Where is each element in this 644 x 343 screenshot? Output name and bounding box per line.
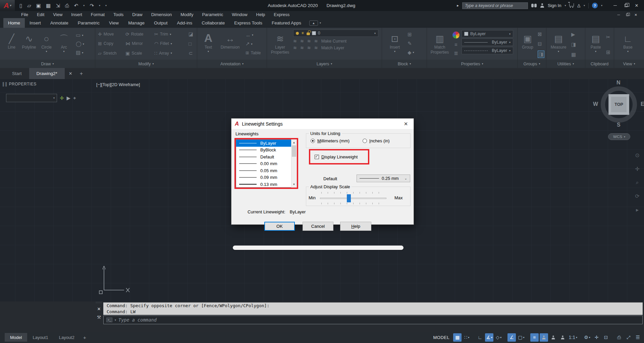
- qat-customize-icon[interactable]: ▾: [105, 4, 107, 7]
- redo-dropdown-icon[interactable]: ▾: [99, 4, 100, 7]
- trim-tool[interactable]: Trim▾: [154, 31, 186, 37]
- layer-freeze-icon[interactable]: [307, 39, 312, 44]
- panel-label-modify[interactable]: Modify▾: [95, 60, 197, 68]
- arc-tool[interactable]: Arc ▾: [56, 29, 72, 60]
- clean-screen-toggle[interactable]: [624, 333, 633, 342]
- layer-off-icon[interactable]: [293, 39, 298, 44]
- autoscale-toggle[interactable]: [549, 333, 557, 342]
- ortho-toggle[interactable]: [476, 333, 484, 342]
- show-motion-icon[interactable]: [636, 207, 639, 213]
- lineweight-combo[interactable]: ByLayer ▾: [462, 39, 513, 46]
- file-tab-close-icon[interactable]: ✕: [65, 68, 76, 79]
- insert-block-tool[interactable]: Insert ▾: [386, 29, 404, 60]
- array-tool[interactable]: Array▾: [154, 51, 186, 56]
- list-item-000[interactable]: 0.00 mm: [236, 160, 291, 167]
- layer-combo[interactable]: ☀ 0 ▾: [293, 29, 378, 37]
- polar-tracking-toggle[interactable]: ▾: [485, 333, 493, 342]
- layer-lock-icon[interactable]: [314, 39, 319, 44]
- panel-label-properties[interactable]: Properties▾: [427, 60, 517, 68]
- ribbon-tab-express-tools[interactable]: Express Tools: [229, 18, 267, 28]
- paste-tool[interactable]: Paste ▾: [589, 29, 603, 60]
- open-icon[interactable]: [27, 3, 31, 9]
- line-tool[interactable]: Line: [3, 29, 20, 60]
- base-view-tool[interactable]: Base ▾: [620, 29, 636, 60]
- new-layout-icon[interactable]: +: [80, 335, 90, 340]
- wcs-menu[interactable]: WCS▾: [608, 133, 630, 140]
- circle-tool[interactable]: Circle ▾: [38, 29, 55, 60]
- layer-isolate-icon[interactable]: [300, 39, 305, 44]
- leader-tool[interactable]: ▾: [246, 41, 261, 47]
- list-item-byblock[interactable]: ByBlock: [236, 147, 291, 154]
- group-selection-toggle[interactable]: [538, 51, 544, 58]
- user-icon[interactable]: [540, 3, 544, 8]
- rectangle-tool[interactable]: ▾: [76, 32, 84, 38]
- group-tool[interactable]: Group: [520, 29, 535, 60]
- layer-unlock-all-icon[interactable]: [314, 45, 319, 50]
- slider-thumb[interactable]: [347, 194, 351, 202]
- file-tab-drawing2[interactable]: Drawing2*: [29, 68, 65, 79]
- panel-label-layers[interactable]: Layers▾: [267, 60, 382, 68]
- object-snap-toggle[interactable]: ▾: [517, 333, 525, 342]
- ribbon-state-icon[interactable]: ▲: [309, 20, 318, 26]
- help-icon[interactable]: ?: [592, 3, 598, 8]
- selection-type-combo[interactable]: ▾: [6, 94, 57, 102]
- quick-calculator-tool[interactable]: [571, 52, 576, 58]
- move-tool[interactable]: Move: [98, 31, 125, 37]
- cut-tool[interactable]: [606, 34, 610, 40]
- save-as-icon[interactable]: [46, 3, 51, 9]
- list-item-005[interactable]: 0.05 mm: [236, 167, 291, 174]
- save-icon[interactable]: [36, 3, 41, 9]
- plot-status[interactable]: [615, 333, 623, 342]
- cancel-button[interactable]: Cancel: [303, 222, 333, 231]
- doc-close-button[interactable]: ✕: [632, 11, 639, 18]
- osnap-tracking-toggle[interactable]: [507, 333, 516, 342]
- viewcube-west[interactable]: W: [593, 101, 598, 107]
- radio-inches[interactable]: Inches (in): [363, 138, 390, 143]
- restore-button[interactable]: [621, 2, 631, 10]
- menu-view[interactable]: View: [49, 12, 67, 17]
- circle-flyout-icon[interactable]: ▾: [46, 50, 47, 53]
- workspace-switching[interactable]: ⚙▾: [583, 333, 591, 342]
- copy-clip-tool[interactable]: [606, 49, 610, 55]
- doc-restore-button[interactable]: [624, 11, 631, 18]
- new-drawing-tab-icon[interactable]: +: [76, 68, 86, 79]
- pan-icon[interactable]: [635, 166, 639, 172]
- zoom-icon[interactable]: [636, 180, 639, 186]
- command-grip-icon[interactable]: ∷∷∷: [96, 302, 102, 303]
- list-scrollbar[interactable]: ▲ ▼: [291, 139, 297, 188]
- doc-minimize-button[interactable]: [615, 11, 622, 18]
- toggle-pickadd-icon[interactable]: [60, 95, 64, 101]
- command-history[interactable]: Command: Specify opposite corner or [Fen…: [103, 302, 643, 315]
- layer-properties-tool[interactable]: LayerProperties: [270, 29, 290, 60]
- layer-thaw-all-icon[interactable]: [300, 45, 305, 50]
- isodraft-toggle[interactable]: ▾: [494, 333, 503, 342]
- menu-tools[interactable]: Tools: [109, 12, 128, 17]
- command-input[interactable]: [118, 317, 640, 323]
- text-flyout-icon[interactable]: ▾: [208, 50, 209, 53]
- application-menu-button[interactable]: A▾: [0, 0, 15, 11]
- measure-flyout-icon[interactable]: ▾: [558, 50, 559, 53]
- display-scale-slider[interactable]: [320, 191, 386, 205]
- menu-draw[interactable]: Draw: [128, 12, 147, 17]
- viewcube-north[interactable]: N: [616, 80, 621, 86]
- undo-dropdown-icon[interactable]: ▾: [83, 4, 85, 7]
- erase-icon[interactable]: [189, 31, 193, 37]
- menu-window[interactable]: Window: [227, 12, 252, 17]
- panel-label-block[interactable]: Block▾: [382, 60, 427, 68]
- ribbon-tab-collaborate[interactable]: Collaborate: [197, 18, 229, 28]
- list-item-009[interactable]: 0.09 mm: [236, 174, 291, 181]
- ribbon-tab-addins[interactable]: Add-ins: [172, 18, 197, 28]
- panel-label-view[interactable]: View▾: [614, 60, 644, 68]
- layout2-tab[interactable]: Layout2: [54, 333, 80, 342]
- layer-unisolate-icon[interactable]: [293, 45, 298, 50]
- slider-track[interactable]: [320, 198, 386, 199]
- menu-format[interactable]: Format: [87, 12, 109, 17]
- quick-select-palette-icon[interactable]: [73, 95, 76, 101]
- linetype-list-icon[interactable]: [454, 50, 458, 56]
- panel-label-clipboard[interactable]: Clipboard: [585, 60, 614, 68]
- group-edit-tool[interactable]: [538, 41, 544, 47]
- text-tool[interactable]: A Text ▾: [201, 29, 216, 60]
- ok-button[interactable]: OK: [264, 222, 295, 231]
- search-binoculars-icon[interactable]: [531, 4, 534, 7]
- ribbon-tab-featured-apps[interactable]: Featured Apps: [267, 18, 306, 28]
